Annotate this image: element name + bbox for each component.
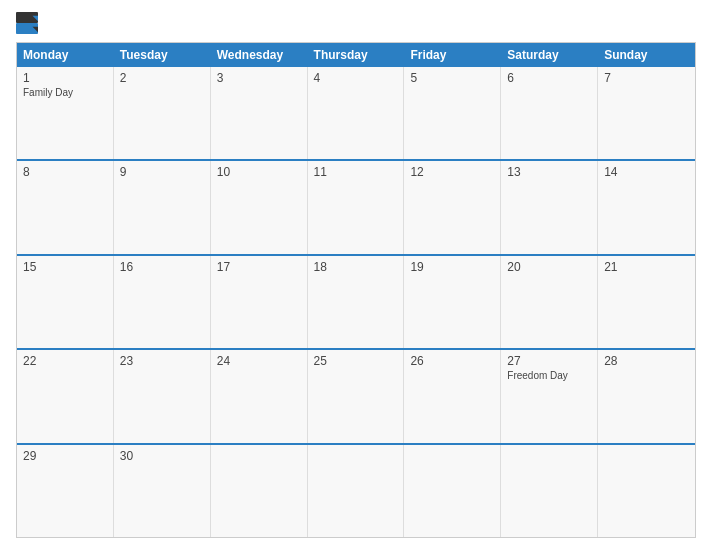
week-row-4: 222324252627Freedom Day28 (17, 348, 695, 442)
day-number: 15 (23, 260, 107, 274)
day-number: 19 (410, 260, 494, 274)
day-cell-7: 7 (598, 67, 695, 159)
day-number: 22 (23, 354, 107, 368)
day-cell-26: 26 (404, 350, 501, 442)
day-number: 17 (217, 260, 301, 274)
day-headers-row: MondayTuesdayWednesdayThursdayFridaySatu… (17, 43, 695, 67)
day-number: 27 (507, 354, 591, 368)
day-cell-15: 15 (17, 256, 114, 348)
day-header-wednesday: Wednesday (211, 43, 308, 67)
day-number: 9 (120, 165, 204, 179)
day-number: 6 (507, 71, 591, 85)
day-cell-18: 18 (308, 256, 405, 348)
day-cell-10: 10 (211, 161, 308, 253)
day-cell-1: 1Family Day (17, 67, 114, 159)
day-number: 29 (23, 449, 107, 463)
day-cell-22: 22 (17, 350, 114, 442)
day-header-monday: Monday (17, 43, 114, 67)
day-number: 11 (314, 165, 398, 179)
header (16, 12, 696, 34)
day-number: 21 (604, 260, 689, 274)
day-cell-14: 14 (598, 161, 695, 253)
day-cell-20: 20 (501, 256, 598, 348)
day-cell-19: 19 (404, 256, 501, 348)
empty-day-cell (211, 445, 308, 537)
day-number: 18 (314, 260, 398, 274)
day-header-tuesday: Tuesday (114, 43, 211, 67)
day-cell-29: 29 (17, 445, 114, 537)
day-cell-24: 24 (211, 350, 308, 442)
day-cell-13: 13 (501, 161, 598, 253)
empty-day-cell (404, 445, 501, 537)
week-row-1: 1Family Day234567 (17, 67, 695, 159)
day-cell-8: 8 (17, 161, 114, 253)
day-cell-21: 21 (598, 256, 695, 348)
day-number: 1 (23, 71, 107, 85)
day-header-saturday: Saturday (501, 43, 598, 67)
day-number: 14 (604, 165, 689, 179)
holiday-label: Family Day (23, 87, 107, 98)
logo (16, 12, 40, 34)
day-number: 30 (120, 449, 204, 463)
day-number: 28 (604, 354, 689, 368)
empty-day-cell (598, 445, 695, 537)
day-number: 7 (604, 71, 689, 85)
holiday-label: Freedom Day (507, 370, 591, 381)
calendar-page: MondayTuesdayWednesdayThursdayFridaySatu… (0, 0, 712, 550)
logo-icon (16, 12, 38, 34)
day-number: 10 (217, 165, 301, 179)
day-cell-25: 25 (308, 350, 405, 442)
empty-day-cell (501, 445, 598, 537)
day-number: 3 (217, 71, 301, 85)
day-cell-2: 2 (114, 67, 211, 159)
day-cell-27: 27Freedom Day (501, 350, 598, 442)
day-number: 25 (314, 354, 398, 368)
day-number: 20 (507, 260, 591, 274)
day-cell-6: 6 (501, 67, 598, 159)
day-header-friday: Friday (404, 43, 501, 67)
day-number: 4 (314, 71, 398, 85)
day-header-sunday: Sunday (598, 43, 695, 67)
day-cell-30: 30 (114, 445, 211, 537)
day-number: 13 (507, 165, 591, 179)
day-number: 5 (410, 71, 494, 85)
week-row-5: 2930 (17, 443, 695, 537)
day-number: 26 (410, 354, 494, 368)
day-number: 24 (217, 354, 301, 368)
day-cell-9: 9 (114, 161, 211, 253)
day-cell-28: 28 (598, 350, 695, 442)
day-cell-16: 16 (114, 256, 211, 348)
day-number: 12 (410, 165, 494, 179)
day-cell-3: 3 (211, 67, 308, 159)
empty-day-cell (308, 445, 405, 537)
day-cell-23: 23 (114, 350, 211, 442)
day-number: 23 (120, 354, 204, 368)
week-row-2: 891011121314 (17, 159, 695, 253)
day-cell-12: 12 (404, 161, 501, 253)
day-header-thursday: Thursday (308, 43, 405, 67)
calendar-grid: MondayTuesdayWednesdayThursdayFridaySatu… (16, 42, 696, 538)
day-cell-4: 4 (308, 67, 405, 159)
day-number: 8 (23, 165, 107, 179)
day-cell-5: 5 (404, 67, 501, 159)
day-cell-11: 11 (308, 161, 405, 253)
day-number: 16 (120, 260, 204, 274)
week-row-3: 15161718192021 (17, 254, 695, 348)
weeks-container: 1Family Day23456789101112131415161718192… (17, 67, 695, 537)
day-number: 2 (120, 71, 204, 85)
day-cell-17: 17 (211, 256, 308, 348)
